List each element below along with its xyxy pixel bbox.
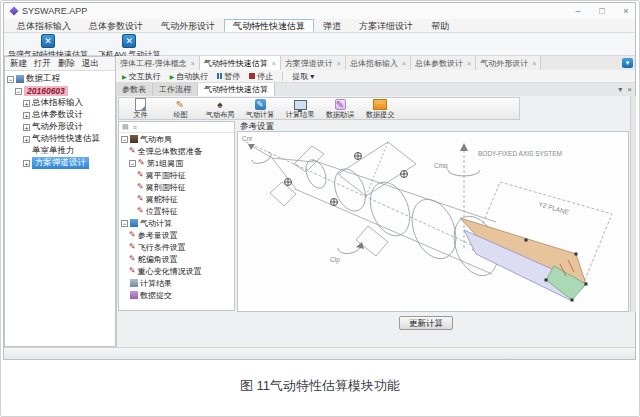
wf-node-aero-layout[interactable]: − 气动布局 <box>121 133 234 145</box>
tree-node-overall-index-input[interactable]: + 总体指标输入 <box>23 97 115 109</box>
draw-button[interactable]: ✎ 绘图 <box>161 99 199 120</box>
results-button[interactable]: 计算结果 <box>281 99 319 120</box>
delete-button[interactable]: 删除 <box>58 58 75 70</box>
project-toolbar: 新建 打开 删除 退出 <box>5 57 115 71</box>
doc-tab-body-project[interactable]: 弹体工程-弹体概念 × <box>116 56 200 70</box>
wf-node-aero-calc[interactable]: − 气动计算 <box>121 217 234 229</box>
menu-tab-overall-param-design[interactable]: 总体参数设计 <box>80 19 152 32</box>
tree-node-aero-shape-design[interactable]: + 气动外形设计 <box>23 121 115 133</box>
monitor-icon <box>294 100 307 110</box>
wf-node-submit[interactable]: 数据提交 <box>121 289 234 301</box>
new-button[interactable]: 新建 <box>10 58 27 70</box>
doc-tab-trajectory-design[interactable]: 方案弹道设计 × <box>281 56 346 70</box>
pause-button[interactable]: 暂停 <box>217 71 240 82</box>
list-icon[interactable]: ≡ <box>133 124 137 131</box>
close-tab-icon[interactable]: × <box>402 60 406 67</box>
minimize-icon[interactable]: – <box>573 6 583 16</box>
tree-icon: ♠ <box>217 100 222 110</box>
expander-icon[interactable]: − <box>7 76 14 83</box>
ribbon-tab-bar: 总体指标输入 总体参数设计 气动外形设计 气动特性快速估算 弹道 方案详细设计 … <box>4 19 635 33</box>
close-tab-icon[interactable]: × <box>191 60 195 67</box>
aero-layout-button[interactable]: ♠ 气动布局 <box>201 99 239 120</box>
expander-icon[interactable]: + <box>23 100 30 107</box>
edit-icon: ✎ <box>129 147 136 155</box>
menu-tab-aero-estimation[interactable]: 气动特性快速估算 <box>224 19 314 32</box>
moment-label-cmq: Cmq <box>434 162 448 170</box>
wf-node-reference[interactable]: ✎ 参考量设置 <box>129 229 234 241</box>
close-tab-icon[interactable]: × <box>272 60 276 67</box>
pencil-icon: ✎ <box>176 100 184 110</box>
maximize-icon[interactable]: □ <box>597 6 607 16</box>
tree-node-project-20160603[interactable]: − 20160603 <box>15 85 115 97</box>
wf-node-results[interactable]: 计算结果 <box>121 277 234 289</box>
doc-tab-overall-index-input[interactable]: 总体指标输入 × <box>346 56 411 70</box>
close-tab-icon[interactable]: × <box>467 60 471 67</box>
wf-node-airfoil[interactable]: ✎ 翼剖面特征 <box>137 181 234 193</box>
wf-node-planform[interactable]: ✎ 翼平面特征 <box>137 169 234 181</box>
doc-tab-aero-estimation[interactable]: 气动特性快速估算 × <box>200 56 281 70</box>
submit-icon <box>130 291 138 299</box>
expander-icon[interactable]: + <box>23 136 30 143</box>
tab-list-dropdown-icon[interactable]: ▾ <box>622 58 633 68</box>
wf-node-control[interactable]: ✎ 翼舵特征 <box>137 193 234 205</box>
interactive-run-button[interactable]: ▶ 交互执行 <box>122 71 161 82</box>
update-calc-button[interactable]: 更新计算 <box>399 316 453 330</box>
expander-icon[interactable]: − <box>129 160 136 167</box>
edit-icon: ✎ <box>138 159 145 167</box>
expander-icon[interactable]: − <box>15 88 22 95</box>
extract-dropdown-button[interactable]: 提取 ▾ <box>292 71 314 82</box>
aero-compute-button[interactable]: ✎ 气动计算 <box>241 99 279 120</box>
titlebar: SYSWARE.APP – □ × <box>4 3 635 20</box>
app-window: SYSWARE.APP – □ × 总体指标输入 总体参数设计 气动外形设计 气… <box>3 2 636 360</box>
menu-tab-aero-shape-design[interactable]: 气动外形设计 <box>152 19 224 32</box>
auto-run-button[interactable]: ▶ 自动执行 <box>170 71 209 82</box>
window-title: SYSWARE.APP <box>22 6 87 16</box>
wf-node-deflection[interactable]: ✎ 舵偏角设置 <box>129 253 234 265</box>
tab-workflow[interactable]: 工作流程 <box>153 83 198 96</box>
toolbar-separator <box>282 72 283 81</box>
workspace-tab-bar: 参数表 工作流程 气动特性快速估算 ▾ × <box>116 83 635 97</box>
tree-node-aero-estimation[interactable]: + 气动特性快速估算 <box>23 133 115 145</box>
doc-tab-aero-shape-design[interactable]: 气动外形设计 × <box>476 56 541 70</box>
close-tab-icon[interactable]: × <box>337 60 341 67</box>
expander-icon[interactable]: − <box>121 220 128 227</box>
tab-parameter-table[interactable]: 参数表 <box>116 83 153 96</box>
expander-icon[interactable]: − <box>121 136 128 143</box>
project-root-icon <box>16 75 24 83</box>
diagram-panel: BODY-FIXED AXIS SYSTEM YZ PLANE Cmq Clp … <box>237 131 629 312</box>
stop-button[interactable]: 停止 <box>249 71 273 82</box>
project-tree: − 数据工程 − 20160603 + 总体指标输入 + 总体参数设计 + 气动… <box>5 71 115 169</box>
vertical-scrollbar[interactable] <box>630 96 636 312</box>
expander-icon[interactable]: + <box>23 124 30 131</box>
grid-icon[interactable]: ▤ <box>122 123 129 131</box>
menu-tab-detail-design[interactable]: 方案详细设计 <box>350 19 422 32</box>
expander-icon[interactable]: + <box>23 112 30 119</box>
menu-tab-trajectory[interactable]: 弹道 <box>314 19 350 32</box>
tree-node-single-thrust[interactable]: 单室单推力 <box>23 145 115 157</box>
exit-button[interactable]: 退出 <box>82 58 99 70</box>
close-icon[interactable]: × <box>621 6 631 16</box>
menu-tab-overall-index-input[interactable]: 总体指标输入 <box>8 19 80 32</box>
edit-icon: ✎ <box>137 183 144 191</box>
data-submit-button[interactable]: 数据提交 <box>361 99 399 120</box>
wf-node-data-prep[interactable]: ✎ 全弹总体数据准备 <box>129 145 234 157</box>
menu-tab-help[interactable]: 帮助 <box>422 19 458 32</box>
tree-node-trajectory-design[interactable]: + 方案弹道设计 <box>23 157 115 169</box>
doc-tab-overall-param-design[interactable]: 总体参数设计 × <box>411 56 476 70</box>
wf-node-fin-group-1[interactable]: − ✎ 第1组翼面 <box>129 157 234 169</box>
close-tab-icon[interactable]: × <box>532 60 536 67</box>
tree-node-data-project-root[interactable]: − 数据工程 <box>7 73 115 85</box>
run-toolbar: ▶ 交互执行 ▶ 自动执行 暂停 停止 提取 ▾ <box>116 70 635 83</box>
open-button[interactable]: 打开 <box>34 58 51 70</box>
expander-icon[interactable]: + <box>23 160 30 167</box>
tab-aero-estimation[interactable]: 气动特性快速估算 <box>198 83 275 96</box>
tree-node-overall-param-design[interactable]: + 总体参数设计 <box>23 109 115 121</box>
wf-node-flight-cond[interactable]: ✎ 飞行条件设置 <box>129 241 234 253</box>
wf-node-position[interactable]: ✎ 位置特征 <box>137 205 234 217</box>
moment-label-cnr: Cnr <box>242 135 253 142</box>
data-check-button[interactable]: ✎ 数据勘误 <box>321 99 359 120</box>
panel-pin-icon[interactable]: ▾ <box>618 85 622 94</box>
panel-close-icon[interactable]: × <box>627 85 632 94</box>
wf-node-cg-variation[interactable]: ✎ 重心变化情况设置 <box>129 265 234 277</box>
file-button[interactable]: 文件 <box>121 99 159 120</box>
